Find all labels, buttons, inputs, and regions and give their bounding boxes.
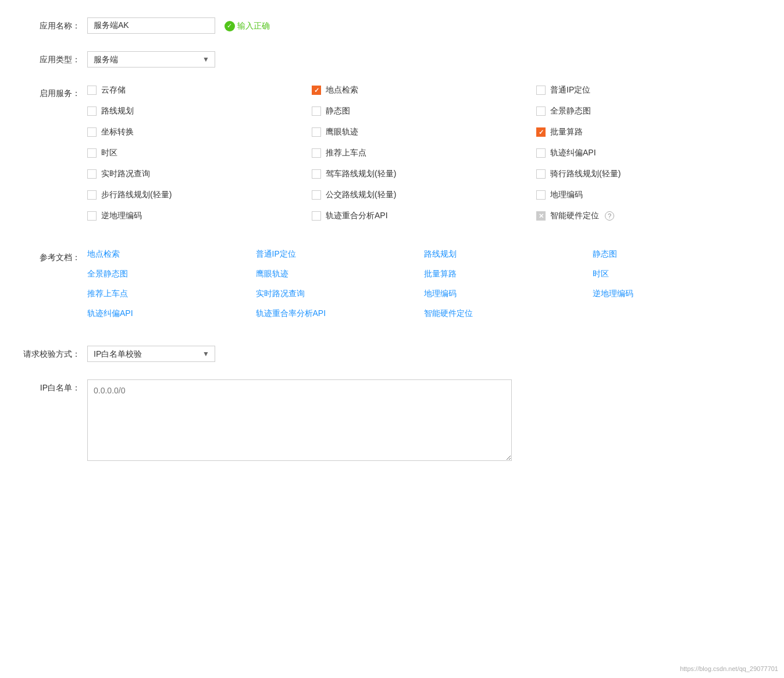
- service-label-coord-convert[interactable]: 坐标转换: [101, 127, 134, 137]
- app-name-input[interactable]: [87, 17, 215, 34]
- service-label-driving-light[interactable]: 驾车路线规划(轻量): [326, 169, 396, 179]
- service-item-static-map: 静态图: [312, 106, 536, 116]
- service-label-smart-hardware[interactable]: 智能硬件定位: [550, 211, 599, 221]
- checkbox-reverse-geocoding[interactable]: [87, 211, 97, 221]
- service-label-walking-light[interactable]: 步行路线规划(轻量): [101, 190, 172, 200]
- service-item-recommend-pickup: 推荐上车点: [312, 148, 536, 158]
- ref-doc-geocoding: 地理编码: [424, 289, 593, 299]
- ref-link-realtime-traffic[interactable]: 实时路况查询: [256, 289, 305, 298]
- app-type-select-wrapper: 服务端 浏览器端 Android端 iOS端 ▼: [87, 51, 215, 68]
- app-name-content: ✓ 输入正确: [87, 17, 761, 34]
- checkbox-track-merge[interactable]: [312, 211, 321, 221]
- x-mark-icon: ✕: [539, 212, 544, 220]
- ip-whitelist-content: [87, 379, 761, 463]
- checkbox-geocoding[interactable]: [536, 190, 546, 200]
- service-label-cloud-storage[interactable]: 云存储: [101, 85, 126, 95]
- ref-link-batch-routing[interactable]: 批量算路: [424, 269, 457, 278]
- ref-doc-track-merge: 轨迹重合率分析API: [256, 308, 425, 319]
- ip-whitelist-row: IP白名单：: [23, 379, 761, 463]
- checkbox-cloud-storage[interactable]: [87, 86, 97, 95]
- service-item-cycling-light: 骑行路线规划(轻量): [536, 169, 761, 179]
- service-label-batch-routing[interactable]: 批量算路: [550, 127, 583, 137]
- ref-link-panorama[interactable]: 全景静态图: [87, 269, 128, 278]
- ref-link-static-map[interactable]: 静态图: [593, 249, 617, 258]
- checkbox-smart-hardware[interactable]: ✕: [536, 211, 546, 221]
- service-label-recommend-pickup[interactable]: 推荐上车点: [326, 148, 366, 158]
- service-item-smart-hardware: ✕ 智能硬件定位 ?: [536, 211, 761, 221]
- service-label-track-correction[interactable]: 轨迹纠偏API: [550, 148, 596, 158]
- services-content: 云存储 ✓ 地点检索 普通IP定位 路线规划 静态图: [87, 85, 761, 232]
- checkbox-track-correction[interactable]: [536, 148, 546, 158]
- checkbox-cycling-light[interactable]: [536, 169, 546, 179]
- app-name-label: 应用名称：: [23, 17, 87, 31]
- service-label-geocoding[interactable]: 地理编码: [550, 190, 583, 200]
- check-mark-icon: ✓: [314, 87, 319, 94]
- ref-link-track-correction[interactable]: 轨迹纠偏API: [87, 308, 133, 318]
- ref-doc-track-correction: 轨迹纠偏API: [87, 308, 256, 319]
- ref-link-reverse-geocoding[interactable]: 逆地理编码: [593, 289, 633, 298]
- check-mark-batch-icon: ✓: [539, 129, 544, 136]
- ref-link-normal-ip[interactable]: 普通IP定位: [256, 249, 296, 258]
- checkbox-coord-convert[interactable]: [87, 127, 97, 137]
- ref-link-eagle-track[interactable]: 鹰眼轨迹: [256, 269, 288, 278]
- ip-whitelist-textarea[interactable]: [87, 379, 512, 461]
- services-label: 启用服务：: [23, 85, 87, 99]
- ref-link-smart-hardware[interactable]: 智能硬件定位: [424, 308, 473, 318]
- service-label-route-planning[interactable]: 路线规划: [101, 106, 134, 116]
- ref-doc-reverse-geocoding: 逆地理编码: [593, 289, 761, 299]
- ref-doc-normal-ip: 普通IP定位: [256, 249, 425, 260]
- ip-whitelist-label: IP白名单：: [23, 379, 87, 393]
- service-label-bus-light[interactable]: 公交路线规划(轻量): [326, 190, 396, 200]
- service-item-normal-ip: 普通IP定位: [536, 85, 761, 95]
- checkbox-recommend-pickup[interactable]: [312, 148, 321, 158]
- service-item-route-planning: 路线规划: [87, 106, 312, 116]
- service-item-location-search: ✓ 地点检索: [312, 85, 536, 95]
- ref-link-timezone[interactable]: 时区: [593, 269, 609, 278]
- service-label-static-map[interactable]: 静态图: [326, 106, 350, 116]
- checkbox-batch-routing[interactable]: ✓: [536, 127, 546, 137]
- service-label-realtime-traffic[interactable]: 实时路况查询: [101, 169, 150, 179]
- service-item-driving-light: 驾车路线规划(轻量): [312, 169, 536, 179]
- service-item-coord-convert: 坐标转换: [87, 127, 312, 137]
- services-row: 启用服务： 云存储 ✓ 地点检索 普通IP定位 路线: [23, 85, 761, 232]
- checkbox-timezone[interactable]: [87, 148, 97, 158]
- ref-link-geocoding[interactable]: 地理编码: [424, 289, 457, 298]
- help-icon[interactable]: ?: [605, 211, 614, 221]
- ref-docs-grid: 地点检索 普通IP定位 路线规划 静态图 全景静态图 鹰眼轨迹 批量算路 时区: [87, 249, 761, 328]
- ref-doc-timezone: 时区: [593, 269, 761, 279]
- checkbox-bus-light[interactable]: [312, 190, 321, 200]
- ref-link-route-planning[interactable]: 路线规划: [424, 249, 457, 258]
- app-type-select[interactable]: 服务端 浏览器端 Android端 iOS端: [87, 51, 215, 68]
- checkbox-walking-light[interactable]: [87, 190, 97, 200]
- service-label-panorama[interactable]: 全景静态图: [550, 106, 591, 116]
- checkbox-realtime-traffic[interactable]: [87, 169, 97, 179]
- service-label-timezone[interactable]: 时区: [101, 148, 117, 158]
- verify-method-select[interactable]: IP白名单校验 SN校验 不校验: [87, 346, 215, 362]
- ref-link-track-merge[interactable]: 轨迹重合率分析API: [256, 308, 326, 318]
- checkbox-location-search[interactable]: ✓: [312, 86, 321, 95]
- app-type-row: 应用类型： 服务端 浏览器端 Android端 iOS端 ▼: [23, 51, 761, 68]
- ref-doc-location-search: 地点检索: [87, 249, 256, 260]
- service-label-reverse-geocoding[interactable]: 逆地理编码: [101, 211, 142, 221]
- ref-doc-batch-routing: 批量算路: [424, 269, 593, 279]
- checkbox-route-planning[interactable]: [87, 107, 97, 116]
- checkbox-static-map[interactable]: [312, 107, 321, 116]
- service-label-eagle-track[interactable]: 鹰眼轨迹: [326, 127, 358, 137]
- checkbox-panorama[interactable]: [536, 107, 546, 116]
- ref-doc-panorama: 全景静态图: [87, 269, 256, 279]
- checkbox-driving-light[interactable]: [312, 169, 321, 179]
- ref-link-location-search[interactable]: 地点检索: [87, 249, 120, 258]
- service-label-normal-ip[interactable]: 普通IP定位: [550, 85, 590, 95]
- checkbox-normal-ip[interactable]: [536, 86, 546, 95]
- service-item-realtime-traffic: 实时路况查询: [87, 169, 312, 179]
- service-item-geocoding: 地理编码: [536, 190, 761, 200]
- checkbox-eagle-track[interactable]: [312, 127, 321, 137]
- ref-docs-row: 参考文档： 地点检索 普通IP定位 路线规划 静态图 全景静态图 鹰眼轨迹 批量…: [23, 249, 761, 328]
- ref-link-recommend-pickup[interactable]: 推荐上车点: [87, 289, 128, 298]
- app-name-row: 应用名称： ✓ 输入正确: [23, 17, 761, 34]
- service-label-cycling-light[interactable]: 骑行路线规划(轻量): [550, 169, 621, 179]
- service-item-track-correction: 轨迹纠偏API: [536, 148, 761, 158]
- service-label-location-search[interactable]: 地点检索: [326, 85, 358, 95]
- service-label-track-merge[interactable]: 轨迹重合分析API: [326, 211, 388, 221]
- ref-doc-empty: [593, 308, 761, 319]
